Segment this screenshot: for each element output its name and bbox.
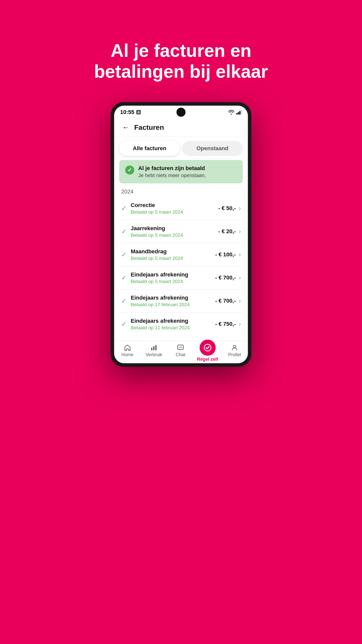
page-title: Facturen [134,124,164,132]
svg-rect-3 [241,110,242,114]
home-icon [124,344,131,351]
invoice-item[interactable]: ✓ Jaarrekening Betaald op 5 maart 2024 -… [119,220,243,243]
tab-alle-facturen[interactable]: Alle facturen [119,141,180,156]
invoice-info: Maandbedrag Betaald op 5 maart 2024 [131,248,215,261]
status-icons [228,110,242,115]
invoice-info: Jaarrekening Betaald op 5 maart 2024 [131,225,218,238]
chevron-right-icon: › [239,320,241,328]
invoice-info: Eindejaars afrekening Betaald op 5 maart… [131,271,215,284]
year-label: 2024 [121,188,243,195]
svg-rect-0 [236,113,238,114]
svg-point-10 [181,347,182,348]
top-nav: ← Facturen [114,119,248,137]
nav-item-regelzelf[interactable]: Regel zelf [197,340,218,362]
banner-subtitle: Je hebt niets meer openstaan. [138,173,206,178]
chevron-right-icon: › [239,251,241,258]
check-icon: ✓ [121,251,127,259]
svg-rect-2 [239,111,241,114]
banner-text: Al je facturen zijn betaald Je hebt niet… [138,165,206,178]
nav-item-chat[interactable]: Chat [170,344,191,357]
chevron-right-icon: › [239,205,241,212]
paid-banner: ✓ Al je facturen zijn betaald Je hebt ni… [119,160,243,183]
bottom-nav: Home Verbruik Chat [114,341,248,363]
chevron-right-icon: › [239,274,241,281]
banner-title: Al je facturen zijn betaald [138,165,206,172]
invoice-item[interactable]: ✓ Eindejaars afrekening Betaald op 17 fe… [119,290,243,313]
signal-icon [236,110,242,115]
headline-text: Al je facturen en betalingen bij elkaar [68,40,294,82]
phone-frame: 10:55 A [111,102,251,367]
svg-rect-1 [238,112,239,114]
invoice-info: Eindejaars afrekening Betaald op 11 febr… [131,318,215,331]
invoice-list: ✓ Correctie Betaald op 5 maart 2024 - € … [119,197,243,336]
invoice-item[interactable]: ✓ Eindejaars afrekening Betaald op 5 maa… [119,266,243,290]
nav-item-home[interactable]: Home [117,344,138,357]
wifi-icon [228,110,235,115]
svg-rect-5 [153,346,155,350]
chat-icon [177,344,184,351]
check-icon: ✓ [121,228,127,235]
svg-rect-6 [155,345,157,350]
bar-chart-icon [150,344,157,351]
svg-rect-4 [151,348,153,350]
nav-item-profiel[interactable]: Profiel [224,344,245,357]
check-icon: ✓ [121,297,127,305]
paid-check-icon: ✓ [125,166,134,175]
invoice-item[interactable]: ✓ Maandbedrag Betaald op 5 maart 2024 - … [119,243,243,266]
status-icon: A [136,110,141,114]
tab-openstaand[interactable]: Openstaand [182,141,243,156]
back-arrow-icon: ← [122,124,129,132]
invoice-item[interactable]: ✓ Correctie Betaald op 5 maart 2024 - € … [119,197,243,220]
check-icon: ✓ [121,205,127,212]
chevron-right-icon: › [239,228,241,235]
invoice-info: Correctie Betaald op 5 maart 2024 [131,202,218,215]
svg-point-12 [234,345,236,347]
check-icon: ✓ [121,320,127,328]
invoice-info: Eindejaars afrekening Betaald op 17 febr… [131,295,215,307]
check-circle-icon [203,343,212,352]
svg-point-8 [179,347,180,348]
svg-point-9 [180,347,181,348]
page-headline: Al je facturen en betalingen bij elkaar [68,20,294,82]
nav-item-verbruik[interactable]: Verbruik [144,344,164,357]
status-bar: 10:55 A [114,106,248,119]
regelzelf-button[interactable] [200,340,216,356]
camera-notch [176,108,186,117]
chevron-right-icon: › [239,297,241,304]
tab-bar: Alle facturen Openstaand [114,137,248,160]
person-icon [231,344,238,351]
invoice-item[interactable]: ✓ Eindejaars afrekening Betaald op 11 fe… [119,313,243,336]
phone-screen: 10:55 A [114,106,248,363]
main-content: ✓ Al je facturen zijn betaald Je hebt ni… [114,160,248,341]
check-icon: ✓ [121,274,127,282]
status-time: 10:55 A [120,109,141,115]
back-button[interactable]: ← [120,122,131,133]
